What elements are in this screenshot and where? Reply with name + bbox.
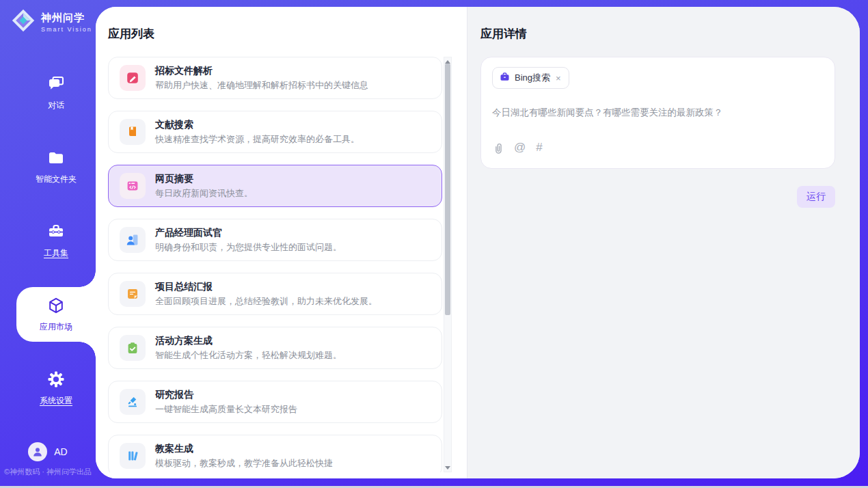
cube-icon: [47, 297, 65, 317]
user-name: AD: [54, 446, 67, 457]
sidebar-item-label: 应用市场: [40, 321, 72, 333]
sidebar-item-label: 工具集: [44, 247, 68, 259]
scroll-down-arrow-icon[interactable]: [444, 463, 451, 472]
user-row[interactable]: AD: [0, 442, 96, 461]
app-list-panel: 应用列表 招标文件解析: [96, 7, 467, 478]
research-report-icon: [120, 389, 146, 415]
brand-name: 神州问学: [41, 12, 92, 25]
webpage-summary-icon: [120, 173, 146, 199]
app-detail-title: 应用详情: [480, 26, 835, 42]
lesson-plan-icon: [120, 443, 146, 469]
project-summary-icon: [120, 281, 146, 307]
app-name: 项目总结汇报: [155, 281, 377, 293]
sidebar-item-label: 系统设置: [40, 395, 72, 407]
hash-icon[interactable]: #: [536, 141, 542, 154]
scrollbar-thumb[interactable]: [445, 64, 450, 315]
app-list-item-activity-plan[interactable]: 活动方案生成 智能生成个性化活动方案，轻松解决规划难题。: [108, 327, 442, 369]
run-row: 运行: [480, 186, 835, 208]
app-name: 研究报告: [155, 389, 297, 401]
literature-search-icon: [120, 119, 146, 145]
chip-close-icon[interactable]: ×: [555, 73, 562, 83]
sidebar-item-chat[interactable]: 对话: [16, 66, 96, 120]
app-list-item-interviewer[interactable]: 产品经理面试官 明确身份和职责，为您提供专业性的面试问题。: [108, 219, 442, 261]
brand-subtitle: Smart Vision: [41, 26, 92, 33]
app-background: 神州问学 Smart Vision 对话: [0, 0, 868, 486]
app-detail-card: Bing搜索 × 今日湖北有哪些新闻要点？有哪些需要关注的最新政策？ @ #: [480, 57, 835, 169]
app-list-rows: 招标文件解析 帮助用户快速、准确地理解和解析招标书中的关键信息: [108, 57, 442, 472]
app-name: 活动方案生成: [155, 335, 342, 347]
app-list-item-lesson-plan[interactable]: 教案生成 模板驱动，教案秒成，教学准备从此轻松快捷: [108, 435, 442, 472]
app-list-item-project-summary[interactable]: 项目总结汇报 全面回顾项目进展，总结经验教训，助力未来优化发展。: [108, 273, 442, 315]
at-icon[interactable]: @: [514, 141, 526, 154]
sidebar-item-label: 对话: [48, 100, 64, 111]
sidebar: 神州问学 Smart Vision 对话: [0, 0, 96, 486]
app-list-item-webpage-summary[interactable]: 网页摘要 每日政府新闻资讯快查。: [108, 165, 442, 207]
app-name: 教案生成: [155, 443, 333, 455]
user-avatar-icon[interactable]: [28, 442, 47, 461]
sidebar-nav: 对话 智能文件夹: [0, 66, 96, 435]
run-button[interactable]: 运行: [797, 186, 835, 208]
toolbox-icon: [47, 223, 65, 243]
interviewer-icon: [120, 227, 146, 253]
app-list-item-tender-parse[interactable]: 招标文件解析 帮助用户快速、准确地理解和解析招标书中的关键信息: [108, 57, 442, 99]
briefcase-icon: [500, 72, 510, 85]
app-name: 产品经理面试官: [155, 227, 342, 239]
app-list-viewport: 招标文件解析 帮助用户快速、准确地理解和解析招标书中的关键信息: [108, 57, 452, 472]
prompt-text: 今日湖北有哪些新闻要点？有哪些需要关注的最新政策？: [492, 107, 824, 119]
app-desc: 一键智能生成高质量长文本研究报告: [155, 403, 297, 416]
diamond-logo-icon: [11, 8, 36, 36]
app-desc: 智能生成个性化活动方案，轻松解决规划难题。: [155, 349, 342, 362]
app-detail-panel: 应用详情 Bing搜索 × 今日湖北有哪些新闻要点？有哪些需要关注的最新政策？: [467, 7, 860, 478]
paperclip-icon[interactable]: [492, 141, 504, 154]
tool-chip-bing-search[interactable]: Bing搜索 ×: [492, 67, 569, 89]
app-desc: 模板驱动，教案秒成，教学准备从此轻松快捷: [155, 457, 333, 470]
sidebar-item-label: 智能文件夹: [36, 174, 77, 185]
sidebar-item-toolset[interactable]: 工具集: [16, 213, 96, 268]
main-content: 应用列表 招标文件解析: [96, 7, 860, 478]
app-desc: 明确身份和职责，为您提供专业性的面试问题。: [155, 241, 342, 254]
sidebar-item-settings[interactable]: 系统设置: [16, 361, 96, 416]
folder-icon: [47, 149, 65, 170]
tool-chip-label: Bing搜索: [515, 72, 550, 84]
app-name: 网页摘要: [155, 173, 253, 185]
sidebar-item-app-market[interactable]: 应用市场: [16, 287, 96, 342]
composer-toolbar: @ #: [492, 141, 824, 154]
activity-plan-icon: [120, 335, 146, 361]
app-name: 文献搜索: [155, 119, 360, 131]
brand: 神州问学 Smart Vision: [11, 8, 92, 36]
app-desc: 全面回顾项目进展，总结经验教训，助力未来优化发展。: [155, 295, 377, 308]
chat-icon: [47, 75, 65, 96]
gear-icon: [47, 370, 65, 391]
app-name: 招标文件解析: [155, 65, 368, 77]
app-list-item-research-report[interactable]: 研究报告 一键智能生成高质量长文本研究报告: [108, 381, 442, 423]
app-list-title: 应用列表: [108, 26, 154, 42]
app-desc: 每日政府新闻资讯快查。: [155, 187, 253, 200]
sidebar-item-smart-folders[interactable]: 智能文件夹: [16, 139, 96, 194]
app-list-item-literature-search[interactable]: 文献搜索 快速精准查找学术资源，提高研究效率的必备工具。: [108, 111, 442, 153]
app-desc: 帮助用户快速、准确地理解和解析招标书中的关键信息: [155, 79, 368, 92]
tender-parse-icon: [120, 65, 146, 91]
list-scrollbar: [444, 57, 452, 472]
copyright-footer: ©神州数码 · 神州问学出品: [0, 467, 96, 477]
app-desc: 快速精准查找学术资源，提高研究效率的必备工具。: [155, 133, 360, 146]
